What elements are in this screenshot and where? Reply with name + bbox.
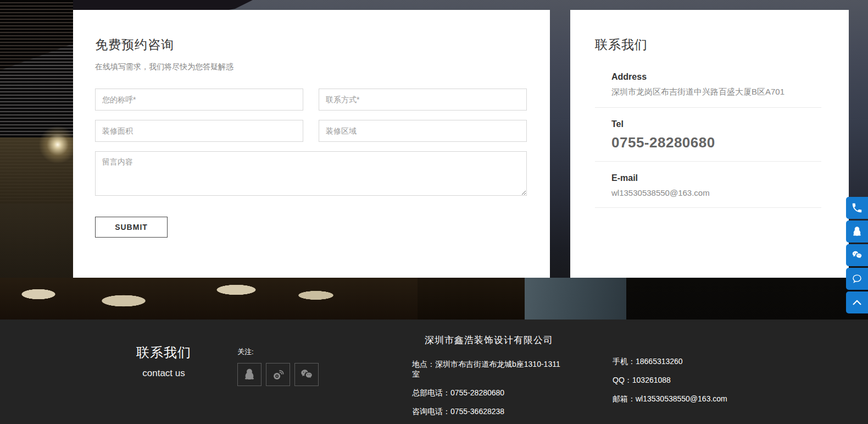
social-qq-button[interactable] <box>237 363 261 386</box>
follow-label: 关注: <box>237 347 319 357</box>
contact-item-tel: Tel 0755-28280680 <box>595 119 821 162</box>
address-label: Address <box>611 72 821 82</box>
footer-mobile-line: 手机：18665313260 <box>613 357 727 367</box>
qq-icon <box>242 367 257 382</box>
tel-label: Tel <box>611 119 821 129</box>
hero-photo-lounge-furniture <box>0 278 418 320</box>
footer-contact-details-block: 手机：18665313260 QQ：103261088 邮箱：wl1353053… <box>613 357 727 413</box>
message-button[interactable] <box>846 268 868 290</box>
social-weibo-button[interactable] <box>266 363 290 386</box>
footer-address-line: 地点：深圳市布吉街道布龙城b座1310-1311室 <box>412 360 566 379</box>
hero-background: 免费预约咨询 在线填写需求，我们将尽快为您答疑解惑 SUBMIT 联系我们 Ad… <box>0 0 868 320</box>
email-value: wl13530538550@163.com <box>611 188 821 197</box>
footer-company-block: 深圳市鑫浩装饰设计有限公司 地点：深圳市布吉街道布龙城b座1310-1311室 … <box>412 334 566 424</box>
email-label: E-mail <box>611 173 821 183</box>
appointment-title: 免费预约咨询 <box>95 36 527 53</box>
contact-items: Address 深圳市龙岗区布吉街道中兴路百盛大厦B区A701 Tel 0755… <box>595 72 821 208</box>
qq-button[interactable] <box>846 221 868 243</box>
decoration-area-input[interactable] <box>95 120 303 142</box>
back-to-top-icon <box>851 296 863 309</box>
tel-value: 0755-28280680 <box>611 134 821 151</box>
footer-contact-heading: 联系我们 <box>131 344 197 361</box>
footer-contact-heading-block: 联系我们 contact us <box>131 344 197 379</box>
appointment-form-card: 免费预约咨询 在线填写需求，我们将尽快为您答疑解惑 SUBMIT <box>73 10 550 278</box>
page: 免费预约咨询 在线填写需求，我们将尽快为您答疑解惑 SUBMIT 联系我们 Ad… <box>0 0 868 424</box>
contact-card: 联系我们 Address 深圳市龙岗区布吉街道中兴路百盛大厦B区A701 Tel… <box>570 10 849 278</box>
weibo-icon <box>271 367 285 382</box>
phone-button[interactable] <box>846 197 868 219</box>
contact-card-title: 联系我们 <box>595 36 821 53</box>
social-wechat-button[interactable] <box>294 363 319 386</box>
wechat-button[interactable] <box>846 244 868 266</box>
appointment-subtitle: 在线填写需求，我们将尽快为您答疑解惑 <box>95 62 527 72</box>
contact-method-input[interactable] <box>319 89 527 111</box>
message-textarea[interactable] <box>95 151 527 196</box>
footer-email-line: 邮箱：wl13530538550@163.com <box>613 394 727 404</box>
footer-consult-phone-line: 咨询电话：0755-36628238 <box>412 407 566 417</box>
back-to-top-button[interactable] <box>846 291 868 313</box>
decoration-region-input[interactable] <box>319 120 527 142</box>
wechat-icon <box>299 367 314 382</box>
footer-qq-line: QQ：103261088 <box>613 376 727 386</box>
name-input[interactable] <box>95 89 303 111</box>
footer: 联系我们 contact us 关注: <box>0 320 868 424</box>
footer-contact-subheading: contact us <box>131 368 197 379</box>
contact-item-email: E-mail wl13530538550@163.com <box>595 173 821 208</box>
contact-item-address: Address 深圳市龙岗区布吉街道中兴路百盛大厦B区A701 <box>595 72 821 108</box>
hero-photo-light-flare <box>37 124 78 165</box>
social-icons-row <box>237 363 319 386</box>
hero-photo-wood-deck <box>418 278 527 320</box>
submit-button[interactable]: SUBMIT <box>95 217 168 238</box>
hero-photo-pool <box>525 278 629 320</box>
floating-toolbar <box>846 197 868 313</box>
company-name: 深圳市鑫浩装饰设计有限公司 <box>412 334 566 346</box>
qq-icon <box>851 225 863 238</box>
message-icon <box>851 273 863 285</box>
footer-follow-block: 关注: <box>237 347 319 386</box>
appointment-form <box>95 89 527 196</box>
phone-icon <box>851 202 863 214</box>
wechat-icon <box>851 249 863 261</box>
footer-hq-phone-line: 总部电话：0755-28280680 <box>412 388 566 398</box>
address-value: 深圳市龙岗区布吉街道中兴路百盛大厦B区A701 <box>611 87 821 97</box>
